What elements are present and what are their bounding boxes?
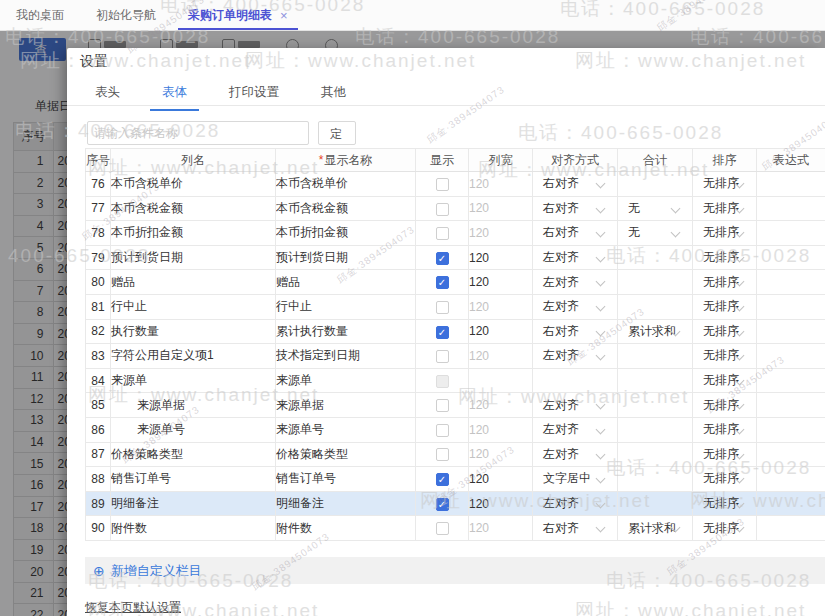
show-checkbox[interactable]: [436, 448, 449, 461]
show-checkbox[interactable]: [436, 326, 449, 339]
display-name-cell[interactable]: 本币含税金额: [276, 196, 416, 221]
show-checkbox[interactable]: [436, 227, 449, 240]
align-select[interactable]: 右对齐: [533, 319, 618, 344]
table-row[interactable]: 76 本币含税单价 本币含税单价 120 右对齐 无排序: [86, 172, 825, 197]
column-width-input[interactable]: 120: [469, 491, 533, 516]
display-name-cell[interactable]: 行中止: [276, 294, 416, 319]
sort-select[interactable]: 无排序: [693, 467, 757, 492]
total-select[interactable]: [618, 245, 693, 270]
display-name-cell[interactable]: 销售订单号: [276, 467, 416, 492]
column-width-input[interactable]: 120: [469, 319, 533, 344]
show-checkbox[interactable]: [436, 522, 449, 535]
align-select[interactable]: 右对齐: [533, 221, 618, 246]
expression-cell[interactable]: [757, 221, 825, 246]
column-width-input[interactable]: [469, 368, 533, 393]
expression-cell[interactable]: [757, 245, 825, 270]
column-width-input[interactable]: 120: [469, 245, 533, 270]
table-row[interactable]: 89 明细备注 明细备注 120 左对齐 无排序: [86, 491, 825, 516]
table-row[interactable]: 78 本币折扣金额 本币折扣金额 120 右对齐 无 无排序: [86, 221, 825, 246]
column-width-input[interactable]: 120: [469, 442, 533, 467]
total-select[interactable]: [618, 344, 693, 369]
display-name-cell[interactable]: 附件数: [276, 516, 416, 541]
table-row[interactable]: 90 附件数 附件数 120 右对齐 累计求和 无排序: [86, 516, 825, 541]
table-row[interactable]: 88 销售订单号 销售订单号 120 文字居中 无排序: [86, 467, 825, 492]
sort-select[interactable]: 无排序: [693, 196, 757, 221]
restore-defaults-link[interactable]: 恢复本页默认设置: [85, 599, 181, 616]
total-select[interactable]: [618, 467, 693, 492]
sort-select[interactable]: 无排序: [693, 245, 757, 270]
column-width-input[interactable]: 120: [469, 221, 533, 246]
show-checkbox[interactable]: [436, 350, 449, 363]
total-select[interactable]: [618, 294, 693, 319]
column-width-input[interactable]: 120: [469, 172, 533, 197]
expression-cell[interactable]: [757, 196, 825, 221]
align-select[interactable]: 左对齐: [533, 417, 618, 442]
column-width-input[interactable]: 120: [469, 196, 533, 221]
align-select[interactable]: 左对齐: [533, 491, 618, 516]
align-select[interactable]: 左对齐: [533, 393, 618, 418]
table-row[interactable]: 87 价格策略类型 价格策略类型 120 左对齐 无排序: [86, 442, 825, 467]
show-checkbox[interactable]: [436, 399, 449, 412]
column-width-input[interactable]: 120: [469, 393, 533, 418]
expression-cell[interactable]: [757, 172, 825, 197]
column-width-input[interactable]: 120: [469, 417, 533, 442]
show-checkbox[interactable]: [436, 498, 449, 511]
align-select[interactable]: 右对齐: [533, 172, 618, 197]
align-select[interactable]: 右对齐: [533, 516, 618, 541]
column-width-input[interactable]: 120: [469, 270, 533, 295]
align-select[interactable]: 左对齐: [533, 344, 618, 369]
sort-select[interactable]: 无排序: [693, 172, 757, 197]
display-name-cell[interactable]: 来源单号: [276, 417, 416, 442]
search-input[interactable]: [87, 121, 309, 145]
display-name-cell[interactable]: 来源单: [276, 368, 416, 393]
display-name-cell[interactable]: 累计执行数量: [276, 319, 416, 344]
expression-cell[interactable]: [757, 442, 825, 467]
display-name-cell[interactable]: 本币含税单价: [276, 172, 416, 197]
expression-cell[interactable]: [757, 467, 825, 492]
align-select[interactable]: 文字居中: [533, 467, 618, 492]
locate-button[interactable]: 定位: [318, 121, 356, 145]
table-row[interactable]: 85 来源单据 来源单据 120 左对齐 无排序: [86, 393, 825, 418]
show-checkbox[interactable]: [436, 424, 449, 437]
display-name-cell[interactable]: 预计到货日期: [276, 245, 416, 270]
table-row[interactable]: 82 执行数量 累计执行数量 120 右对齐 累计求和 无排序: [86, 319, 825, 344]
sort-select[interactable]: 无排序: [693, 294, 757, 319]
tab-print-settings[interactable]: 打印设置: [229, 84, 279, 105]
tab-other[interactable]: 其他: [321, 84, 346, 105]
display-name-cell[interactable]: 价格策略类型: [276, 442, 416, 467]
sort-select[interactable]: 无排序: [693, 319, 757, 344]
total-select[interactable]: 无: [618, 221, 693, 246]
sort-select[interactable]: 无排序: [693, 491, 757, 516]
tab-purchase-order-detail[interactable]: 采购订单明细表 ×: [172, 0, 304, 30]
sort-select[interactable]: 无排序: [693, 368, 757, 393]
display-name-cell[interactable]: 本币折扣金额: [276, 221, 416, 246]
table-row[interactable]: 84 来源单 来源单 无排序: [86, 368, 825, 393]
expression-cell[interactable]: [757, 417, 825, 442]
expression-cell[interactable]: [757, 294, 825, 319]
tab-my-desktop[interactable]: 我的桌面: [0, 0, 80, 30]
sort-select[interactable]: 无排序: [693, 270, 757, 295]
total-select[interactable]: 累计求和: [618, 516, 693, 541]
total-select[interactable]: [618, 172, 693, 197]
sort-select[interactable]: 无排序: [693, 442, 757, 467]
expression-cell[interactable]: [757, 516, 825, 541]
show-checkbox[interactable]: [436, 473, 449, 486]
align-select[interactable]: [533, 368, 618, 393]
total-select[interactable]: 累计求和: [618, 319, 693, 344]
display-name-cell[interactable]: 技术指定到日期: [276, 344, 416, 369]
total-select[interactable]: [618, 417, 693, 442]
expression-cell[interactable]: [757, 344, 825, 369]
table-row[interactable]: 80 赠品 赠品 120 左对齐 无排序: [86, 270, 825, 295]
display-name-cell[interactable]: 来源单据: [276, 393, 416, 418]
show-checkbox[interactable]: [436, 178, 449, 191]
expression-cell[interactable]: [757, 491, 825, 516]
show-checkbox[interactable]: [436, 252, 449, 265]
align-select[interactable]: 右对齐: [533, 196, 618, 221]
total-select[interactable]: [618, 442, 693, 467]
total-select[interactable]: [618, 491, 693, 516]
show-checkbox[interactable]: [436, 203, 449, 216]
total-select[interactable]: 无: [618, 196, 693, 221]
expression-cell[interactable]: [757, 319, 825, 344]
align-select[interactable]: 左对齐: [533, 270, 618, 295]
column-width-input[interactable]: 120: [469, 516, 533, 541]
